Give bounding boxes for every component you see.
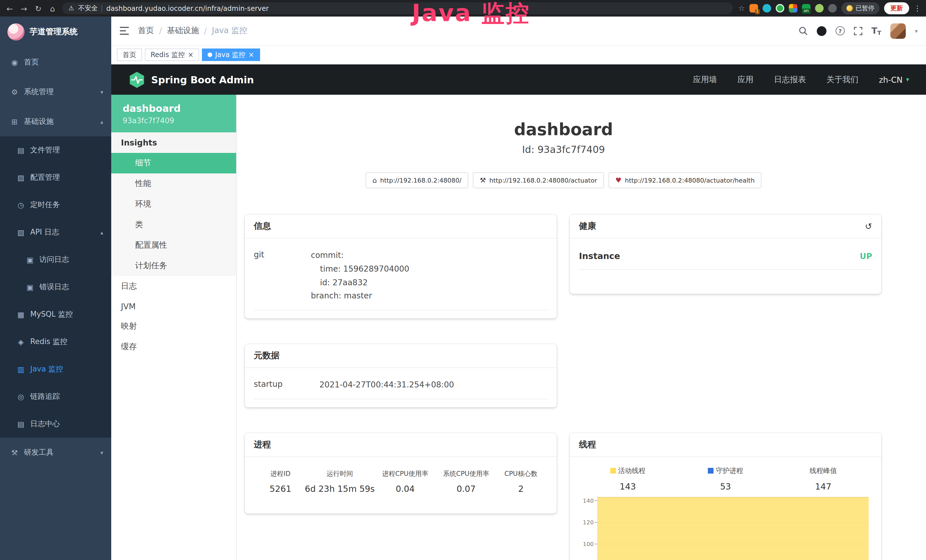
actuator-url-link[interactable]: ⚒ http://192.168.0.2:48080/actuator <box>473 172 604 188</box>
sidebar-item-redis-monitor[interactable]: ◈ Redis 监控 <box>0 328 111 356</box>
extension-icon-green[interactable] <box>776 4 784 12</box>
sidebar-item-config-manage[interactable]: ▨ 配置管理 <box>0 164 111 191</box>
extension-icon-grid[interactable] <box>789 4 797 12</box>
update-button[interactable]: 更新 <box>884 2 909 14</box>
sba-nav-about[interactable]: 关于我们 <box>826 74 858 85</box>
info-key: git <box>254 249 311 303</box>
bookmark-star-icon[interactable]: ☆ <box>738 4 745 12</box>
threads-card-header: 线程 <box>570 433 881 457</box>
sba-item-jvm[interactable]: JVM <box>111 297 236 316</box>
security-label[interactable]: 不安全 <box>78 4 98 12</box>
tab-java-monitor[interactable]: Java 监控 × <box>202 48 260 61</box>
avatar-caret-icon[interactable]: ▾ <box>915 28 918 34</box>
address-bar[interactable]: ⚠ 不安全 dashboard.yudao.iocoder.cn/infra/a… <box>62 2 733 14</box>
main-area: 首页 / 基础设施 / Java 监控 ? <box>111 17 926 560</box>
breadcrumb-separator: / <box>204 26 206 35</box>
font-size-icon[interactable]: TT <box>872 26 881 36</box>
extension-icon-paw[interactable] <box>828 4 837 12</box>
threads-chart: 140 120 100 <box>579 500 872 560</box>
tab-redis-monitor[interactable]: Redis 监控 × <box>145 48 199 61</box>
sba-brand[interactable]: Spring Boot Admin <box>128 71 254 88</box>
sba-item-logs[interactable]: 日志 <box>111 276 236 297</box>
app-logo[interactable]: 芋道管理系统 <box>0 17 111 47</box>
sba-item-caches[interactable]: 缓存 <box>111 337 236 357</box>
close-icon[interactable]: × <box>248 51 254 58</box>
instance-header[interactable]: dashboard 93a3fc7f7409 <box>111 95 236 132</box>
sba-language-select[interactable]: zh-CN ▾ <box>879 75 909 84</box>
sba-nav-journal[interactable]: 日志报表 <box>774 74 806 85</box>
sidebar-item-file-manage[interactable]: ▤ 文件管理 <box>0 136 111 164</box>
sidebar-item-log-center[interactable]: ▤ 日志中心 <box>0 410 111 437</box>
insights-group: 细节 性能 环境 类 配置属性 计划任务 <box>111 153 236 276</box>
extension-icon-teal[interactable] <box>763 4 771 12</box>
sidebar-item-tracing[interactable]: ◎ 链路追踪 <box>0 383 111 410</box>
info-card-body: git commit: time: 1596289704000 id: 27aa… <box>245 239 557 318</box>
sba-nav-wallboard[interactable]: 应用墙 <box>693 74 717 85</box>
url-text[interactable]: dashboard.yudao.iocoder.cn/infra/admin-s… <box>106 4 269 12</box>
sba-item-classes[interactable]: 类 <box>111 215 236 235</box>
sba-section-insights[interactable]: Insights <box>111 132 236 153</box>
sba-item-environment[interactable]: 环境 <box>111 194 236 215</box>
health-row-instance[interactable]: Instance UP <box>579 242 872 270</box>
tab-label: Java 监控 <box>215 50 245 60</box>
browser-home-icon[interactable]: ⌂ <box>48 4 57 13</box>
app-title: 芋道管理系统 <box>30 27 77 37</box>
omnibox-divider <box>102 5 102 12</box>
service-url-link[interactable]: ⌂ http://192.168.0.2:48080/ <box>366 172 468 188</box>
sidebar-item-java-monitor[interactable]: ▥ Java 监控 <box>0 356 111 383</box>
search-icon[interactable] <box>799 26 808 35</box>
info-row-git: git commit: time: 1596289704000 id: 27aa… <box>254 242 548 310</box>
sidebar-item-scheduled-jobs[interactable]: ◷ 定时任务 <box>0 191 111 218</box>
sba-item-details[interactable]: 细节 <box>111 153 236 173</box>
help-icon[interactable]: ? <box>835 26 845 35</box>
browser-menu-icon[interactable]: ⋮ <box>914 4 921 12</box>
y-tick: 100 <box>579 541 594 547</box>
sidebar-item-error-logs[interactable]: ▣ 错误日志 <box>0 273 111 301</box>
sba-item-scheduled-tasks[interactable]: 计划任务 <box>111 256 236 276</box>
sidebar-item-mysql-monitor[interactable]: ▦ MySQL 监控 <box>0 301 111 328</box>
breadcrumb-infra[interactable]: 基础设施 <box>167 26 199 36</box>
sidebar-item-home[interactable]: ◉ 首页 <box>0 47 111 77</box>
github-icon[interactable] <box>817 26 826 36</box>
menu-label: 系统管理 <box>24 87 54 97</box>
sidebar-item-dev-tools[interactable]: ⚒ 研发工具 ▾ <box>0 437 111 467</box>
extension-icon-on[interactable]: on <box>802 4 811 12</box>
extension-icon-leaf[interactable] <box>815 4 824 12</box>
sba-item-metrics[interactable]: 性能 <box>111 173 236 194</box>
sba-nav-applications[interactable]: 应用 <box>737 74 754 85</box>
health-card: 健康 ↺ Instance UP <box>570 215 881 294</box>
breadcrumb-home[interactable]: 首页 <box>138 26 154 36</box>
paused-badge[interactable]: 已暂停 <box>841 2 879 14</box>
reload-icon[interactable]: ↻ <box>34 4 43 13</box>
card-title: 信息 <box>254 221 271 232</box>
tab-home[interactable]: 首页 <box>117 48 142 61</box>
home-icon: ⌂ <box>372 176 377 184</box>
threads-legend: 活动线程 143 守护进程 53 线程峰值 <box>579 460 872 492</box>
tick-mark <box>595 544 597 544</box>
sidebar-item-infra[interactable]: ⊞ 基础设施 ▴ <box>0 107 111 136</box>
sidebar-item-access-logs[interactable]: ▣ 访问日志 <box>0 246 111 273</box>
card-title: 线程 <box>579 439 596 450</box>
fullscreen-icon[interactable] <box>854 27 862 35</box>
timer-icon: ◷ <box>16 201 26 209</box>
process-card-body: 进程ID 5261 运行时间 6d 23h 15m 59s <box>245 457 557 513</box>
extension-icon-orange[interactable]: 1 <box>749 4 758 12</box>
trace-icon: ◎ <box>16 392 26 401</box>
tab-label: 首页 <box>123 50 136 60</box>
history-icon[interactable]: ↺ <box>865 221 872 232</box>
file-icon: ▤ <box>16 146 26 154</box>
user-avatar[interactable] <box>890 23 906 38</box>
forward-icon[interactable]: → <box>20 4 29 13</box>
close-icon[interactable]: × <box>188 51 194 58</box>
infra-submenu: ▤ 文件管理 ▨ 配置管理 ◷ 定时任务 ▧ API 日志 ▴ <box>0 136 111 437</box>
sidebar-item-api-logs[interactable]: ▧ API 日志 ▴ <box>0 218 111 246</box>
link-text: http://192.168.0.2:48080/ <box>380 177 461 184</box>
sidebar-item-system[interactable]: ⚙ 系统管理 ▾ <box>0 77 111 107</box>
hamburger-icon[interactable] <box>120 26 130 35</box>
sba-item-mappings[interactable]: 映射 <box>111 316 236 337</box>
back-icon[interactable]: ← <box>5 4 14 13</box>
sba-item-config-props[interactable]: 配置属性 <box>111 235 236 256</box>
card-title: 进程 <box>254 439 271 450</box>
doc-icon: ▣ <box>25 283 35 291</box>
health-url-link[interactable]: ♥ http://192.168.0.2:48080/actuator/heal… <box>608 172 762 188</box>
